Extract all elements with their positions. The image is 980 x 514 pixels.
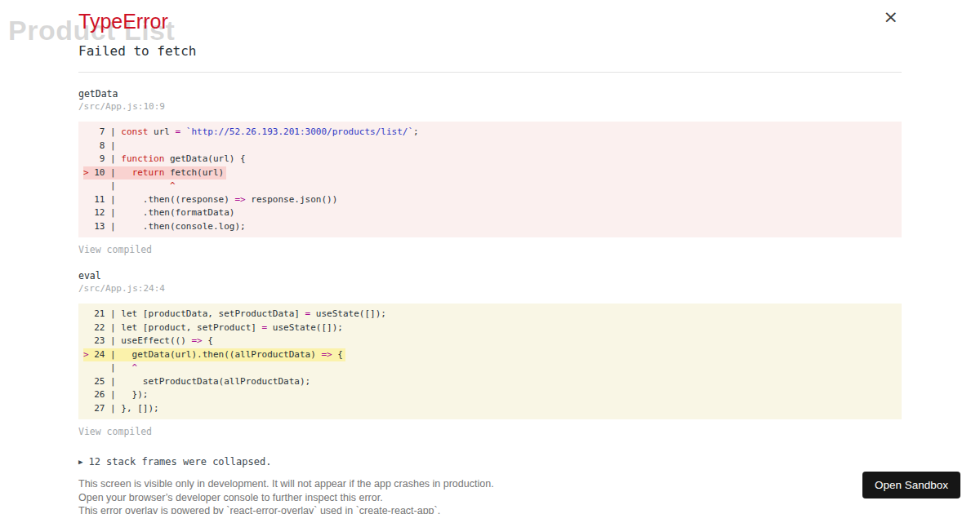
frame-source-location: /src/App.js:10:9 [78,102,902,112]
code-line: 25 | setProductData(allProductData); [83,375,897,389]
error-overlay-content: × TypeError Failed to fetch getData /src… [78,0,902,514]
frame-function-name: getData [78,89,902,100]
open-sandbox-button[interactable]: Open Sandbox [862,472,960,498]
code-frame: 7 | const url = `http://52.26.193.201:30… [78,122,902,237]
collapsed-frames-label: 12 stack frames were collapsed. [88,456,271,467]
code-line: > 10 | return fetch(url) [83,166,897,180]
error-type-heading: TypeError [78,10,902,33]
divider [78,72,902,73]
stack-frame-getdata: getData /src/App.js:10:9 7 | const url =… [78,89,902,256]
close-icon[interactable]: × [884,8,898,26]
dev-note: This screen is visible only in developme… [78,477,902,514]
code-line: 26 | }); [83,388,897,402]
code-line: 21 | let [productData, setProductData] =… [83,308,897,321]
code-lines: 21 | let [productData, setProductData] =… [83,308,897,415]
code-line: | ^ [83,179,897,193]
code-line: 9 | function getData(url) { [83,153,897,166]
code-line: | ^ [83,361,897,375]
code-line: 22 | let [product, setProduct] = useStat… [83,321,897,335]
code-line: 7 | const url = `http://52.26.193.201:30… [83,126,897,140]
error-message: Failed to fetch [78,43,902,59]
expand-arrow-icon: ▶ [78,458,82,466]
error-overlay: × TypeError Failed to fetch getData /src… [0,0,980,514]
frame-source-location: /src/App.js:24:4 [78,284,902,294]
dev-note-line: Open your browser’s developer console to… [78,491,902,505]
code-line: 8 | [83,140,897,153]
code-line: 13 | .then(console.log); [83,220,897,234]
dev-note-line: This error overlay is powered by `react-… [78,504,902,514]
code-lines: 7 | const url = `http://52.26.193.201:30… [83,126,897,233]
code-line: 12 | .then(formatData) [83,206,897,220]
code-line: 11 | .then((response) => response.json()… [83,193,897,207]
code-line: 23 | useEffect(() => { [83,335,897,348]
code-line: 27 | }, []); [83,402,897,416]
code-frame: 21 | let [productData, setProductData] =… [78,304,902,419]
dev-note-line: This screen is visible only in developme… [78,477,902,491]
collapsed-frames-toggle[interactable]: ▶12 stack frames were collapsed. [78,456,902,467]
view-compiled-link[interactable]: View compiled [78,427,152,437]
view-compiled-link[interactable]: View compiled [78,245,152,255]
frame-function-name: eval [78,271,902,281]
code-line: > 24 | getData(url).then((allProductData… [83,348,897,362]
stack-frame-eval: eval /src/App.js:24:4 21 | let [productD… [78,271,902,438]
